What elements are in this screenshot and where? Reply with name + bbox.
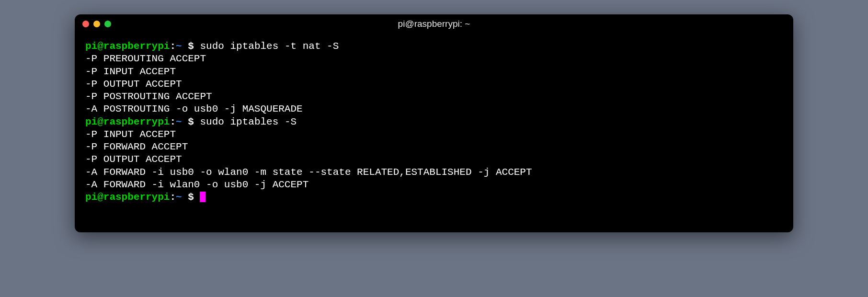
prompt-colon: : bbox=[170, 41, 176, 52]
prompt-colon: : bbox=[170, 192, 176, 203]
prompt-line: pi@raspberrypi:~ $ bbox=[85, 191, 783, 204]
output-line: -P INPUT ACCEPT bbox=[85, 128, 783, 141]
output-line: -A FORWARD -i wlan0 -o usb0 -j ACCEPT bbox=[85, 179, 783, 191]
window-title: pi@raspberrypi: ~ bbox=[75, 19, 793, 29]
output-line: -P FORWARD ACCEPT bbox=[85, 141, 783, 153]
prompt-user-host: pi@raspberrypi bbox=[85, 116, 170, 127]
traffic-lights bbox=[82, 21, 111, 27]
prompt-path: ~ bbox=[176, 192, 182, 203]
cursor-icon bbox=[200, 192, 206, 202]
output-line: -P OUTPUT ACCEPT bbox=[85, 78, 783, 91]
output-text: -P INPUT ACCEPT bbox=[85, 129, 176, 140]
prompt-user-host: pi@raspberrypi bbox=[85, 41, 170, 52]
prompt-path: ~ bbox=[176, 41, 182, 52]
output-text: -P POSTROUTING ACCEPT bbox=[85, 91, 212, 102]
command-text: sudo iptables -S bbox=[200, 116, 297, 127]
minimize-icon[interactable] bbox=[93, 21, 100, 27]
prompt-dollar: $ bbox=[182, 116, 200, 127]
output-text: -A FORWARD -i wlan0 -o usb0 -j ACCEPT bbox=[85, 179, 308, 190]
output-text: -P FORWARD ACCEPT bbox=[85, 141, 188, 152]
prompt-colon: : bbox=[170, 116, 176, 127]
prompt-line: pi@raspberrypi:~ $ sudo iptables -t nat … bbox=[85, 40, 783, 53]
output-text: -P PREROUTING ACCEPT bbox=[85, 53, 206, 64]
output-line: -P OUTPUT ACCEPT bbox=[85, 153, 783, 166]
prompt-dollar: $ bbox=[182, 41, 200, 52]
output-line: -A POSTROUTING -o usb0 -j MASQUERADE bbox=[85, 103, 783, 115]
prompt-dollar: $ bbox=[182, 192, 200, 203]
title-bar: pi@raspberrypi: ~ bbox=[75, 14, 793, 34]
output-text: -P OUTPUT ACCEPT bbox=[85, 79, 182, 90]
terminal-body[interactable]: pi@raspberrypi:~ $ sudo iptables -t nat … bbox=[75, 34, 793, 232]
output-text: -A FORWARD -i usb0 -o wlan0 -m state --s… bbox=[85, 167, 532, 178]
maximize-icon[interactable] bbox=[104, 21, 111, 27]
prompt-user-host: pi@raspberrypi bbox=[85, 192, 170, 203]
output-line: -P INPUT ACCEPT bbox=[85, 66, 783, 78]
prompt-line: pi@raspberrypi:~ $ sudo iptables -S bbox=[85, 116, 783, 128]
close-icon[interactable] bbox=[82, 21, 89, 27]
output-text: -P OUTPUT ACCEPT bbox=[85, 154, 182, 165]
command-text: sudo iptables -t nat -S bbox=[200, 41, 339, 52]
terminal-window: pi@raspberrypi: ~ pi@raspberrypi:~ $ sud… bbox=[75, 14, 793, 232]
output-line: -A FORWARD -i usb0 -o wlan0 -m state --s… bbox=[85, 166, 783, 179]
output-line: -P PREROUTING ACCEPT bbox=[85, 53, 783, 65]
output-line: -P POSTROUTING ACCEPT bbox=[85, 91, 783, 103]
prompt-path: ~ bbox=[176, 116, 182, 127]
output-text: -P INPUT ACCEPT bbox=[85, 66, 176, 77]
output-text: -A POSTROUTING -o usb0 -j MASQUERADE bbox=[85, 103, 303, 114]
